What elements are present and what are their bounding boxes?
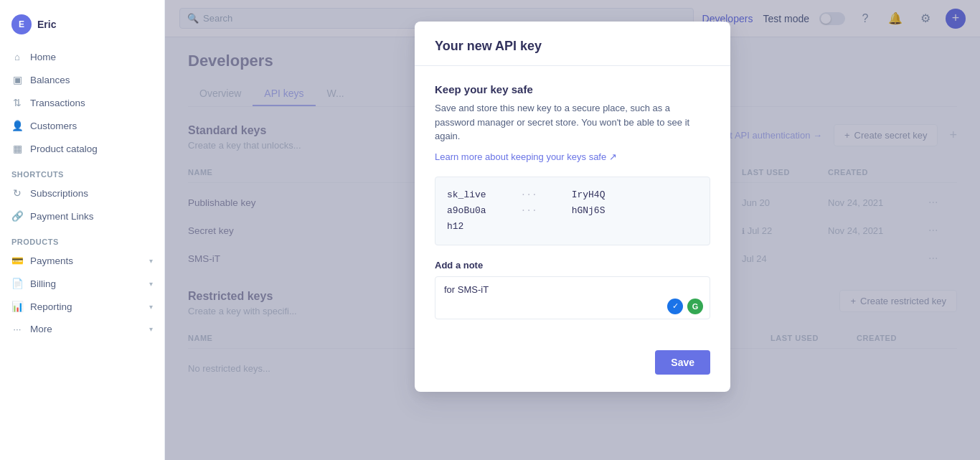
sidebar-item-customers[interactable]: 👤 Customers bbox=[0, 114, 164, 137]
modal-overlay: Your new API key Keep your key safe Save… bbox=[165, 0, 980, 460]
modal-learn-more-link[interactable]: Learn more about keeping your keys safe … bbox=[435, 151, 617, 162]
sidebar-item-label: Payments bbox=[30, 255, 73, 266]
note-toolbar: ✓ G bbox=[667, 299, 703, 314]
modal-title: Your new API key bbox=[435, 39, 710, 54]
sidebar-item-subscriptions[interactable]: ↻ Subscriptions bbox=[0, 182, 164, 205]
sidebar-item-label: Home bbox=[30, 52, 56, 62]
chevron-down-icon: ▾ bbox=[149, 257, 153, 265]
sidebar-item-label: Billing bbox=[30, 278, 56, 289]
transactions-icon: ⇅ bbox=[11, 97, 23, 108]
home-icon: ⌂ bbox=[11, 52, 23, 62]
sidebar-item-more[interactable]: ···More ▾ bbox=[0, 318, 164, 340]
sidebar-item-label: More bbox=[30, 324, 52, 334]
key-line-1: sk_live ··· IryH4Q bbox=[447, 187, 698, 203]
modal: Your new API key Keep your key safe Save… bbox=[415, 22, 730, 392]
chevron-down-icon: ▾ bbox=[149, 303, 153, 311]
key-line-3: h12 bbox=[447, 219, 698, 235]
modal-section-title: Keep your key safe bbox=[435, 83, 710, 95]
chevron-down-icon: ▾ bbox=[149, 325, 153, 333]
sidebar-item-label: Balances bbox=[30, 75, 70, 85]
sidebar-item-payment-links[interactable]: 🔗 Payment Links bbox=[0, 205, 164, 227]
grammarly-icon: G bbox=[687, 299, 703, 314]
billing-icon: 📄 bbox=[11, 278, 23, 289]
customers-icon: 👤 bbox=[11, 120, 23, 131]
sidebar-item-product-catalog[interactable]: ▦ Product catalog bbox=[0, 137, 164, 160]
balances-icon: ▣ bbox=[11, 74, 23, 85]
sidebar-item-label: Transactions bbox=[30, 98, 85, 108]
save-button[interactable]: Save bbox=[655, 350, 710, 375]
shortcuts-label: Shortcuts bbox=[0, 160, 164, 182]
chevron-down-icon: ▾ bbox=[149, 280, 153, 288]
sidebar-item-payments[interactable]: 💳Payments ▾ bbox=[0, 249, 164, 272]
sidebar-item-billing[interactable]: 📄Billing ▾ bbox=[0, 272, 164, 295]
note-wrapper: ✓ G bbox=[435, 276, 710, 321]
modal-footer: Save bbox=[415, 339, 730, 392]
sidebar: E Eric ⌂ Home ▣ Balances ⇅ Transactions … bbox=[0, 0, 165, 460]
modal-body: Keep your key safe Save and store this n… bbox=[415, 66, 730, 339]
note-label: Add a note bbox=[435, 260, 710, 271]
sidebar-item-label: Customers bbox=[30, 121, 77, 131]
sidebar-item-label: Reporting bbox=[30, 301, 72, 312]
reporting-icon: 📊 bbox=[11, 301, 23, 312]
sidebar-item-label: Payment Links bbox=[30, 211, 94, 222]
api-key-display: sk_live ··· IryH4Q a9oBu0a ··· hGNj6S h1… bbox=[435, 177, 710, 245]
modal-header: Your new API key bbox=[415, 22, 730, 66]
sidebar-item-transactions[interactable]: ⇅ Transactions bbox=[0, 91, 164, 114]
avatar: E bbox=[11, 14, 32, 34]
sidebar-item-label: Subscriptions bbox=[30, 188, 88, 199]
key-line-2: a9oBu0a ··· hGNj6S bbox=[447, 203, 698, 219]
more-icon: ··· bbox=[11, 324, 23, 334]
sidebar-item-reporting[interactable]: 📊Reporting ▾ bbox=[0, 295, 164, 318]
user-profile[interactable]: E Eric bbox=[0, 9, 164, 46]
main-content: 🔍 Search Developers Test mode ? 🔔 ⚙ + De… bbox=[165, 0, 980, 460]
subscriptions-icon: ↻ bbox=[11, 187, 23, 199]
spellcheck-icon: ✓ bbox=[667, 299, 683, 314]
username: Eric bbox=[37, 19, 56, 30]
sidebar-item-balances[interactable]: ▣ Balances bbox=[0, 68, 164, 91]
product-catalog-icon: ▦ bbox=[11, 143, 23, 154]
sidebar-item-home[interactable]: ⌂ Home bbox=[0, 46, 164, 68]
modal-desc: Save and store this new key to a secure … bbox=[435, 101, 710, 144]
sidebar-item-label: Product catalog bbox=[30, 144, 98, 154]
products-label: Products bbox=[0, 227, 164, 249]
payments-icon: 💳 bbox=[11, 255, 23, 266]
payment-links-icon: 🔗 bbox=[11, 210, 23, 222]
